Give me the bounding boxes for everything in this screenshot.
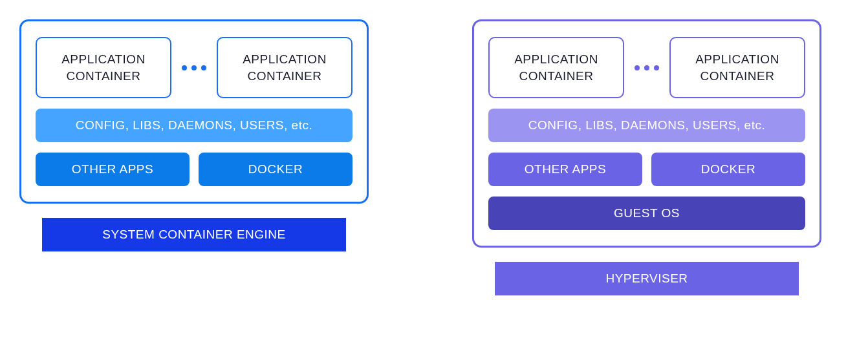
app-container-row: APPLICATION CONTAINER APPLICATION CONTAI…: [36, 37, 353, 98]
config-layer: CONFIG, LIBS, DAEMONS, USERS, etc.: [36, 109, 353, 142]
app-container-2: APPLICATION CONTAINER: [669, 37, 805, 98]
apps-docker-row: OTHER APPS DOCKER: [36, 153, 353, 186]
ellipsis-icon: [178, 65, 210, 70]
other-apps-layer: OTHER APPS: [488, 153, 642, 186]
config-layer: CONFIG, LIBS, DAEMONS, USERS, etc.: [488, 109, 805, 142]
app-container-row: APPLICATION CONTAINER APPLICATION CONTAI…: [488, 37, 805, 98]
guest-os-layer: GUEST OS: [488, 197, 805, 230]
vm-box: APPLICATION CONTAINER APPLICATION CONTAI…: [472, 19, 821, 248]
system-container-engine-bar: SYSTEM CONTAINER ENGINE: [42, 218, 346, 251]
apps-docker-row: OTHER APPS DOCKER: [488, 153, 805, 186]
docker-layer: DOCKER: [651, 153, 805, 186]
app-container-1: APPLICATION CONTAINER: [36, 37, 171, 98]
diagram-container: APPLICATION CONTAINER APPLICATION CONTAI…: [0, 0, 868, 315]
other-apps-layer: OTHER APPS: [36, 153, 190, 186]
left-stack: APPLICATION CONTAINER APPLICATION CONTAI…: [13, 19, 375, 295]
app-container-1: APPLICATION CONTAINER: [488, 37, 624, 98]
hypervisor-bar: HYPERVISER: [495, 262, 799, 295]
app-container-2: APPLICATION CONTAINER: [217, 37, 353, 98]
docker-layer: DOCKER: [199, 153, 353, 186]
system-container-box: APPLICATION CONTAINER APPLICATION CONTAI…: [19, 19, 369, 204]
ellipsis-icon: [631, 65, 663, 70]
right-stack: APPLICATION CONTAINER APPLICATION CONTAI…: [466, 19, 828, 295]
